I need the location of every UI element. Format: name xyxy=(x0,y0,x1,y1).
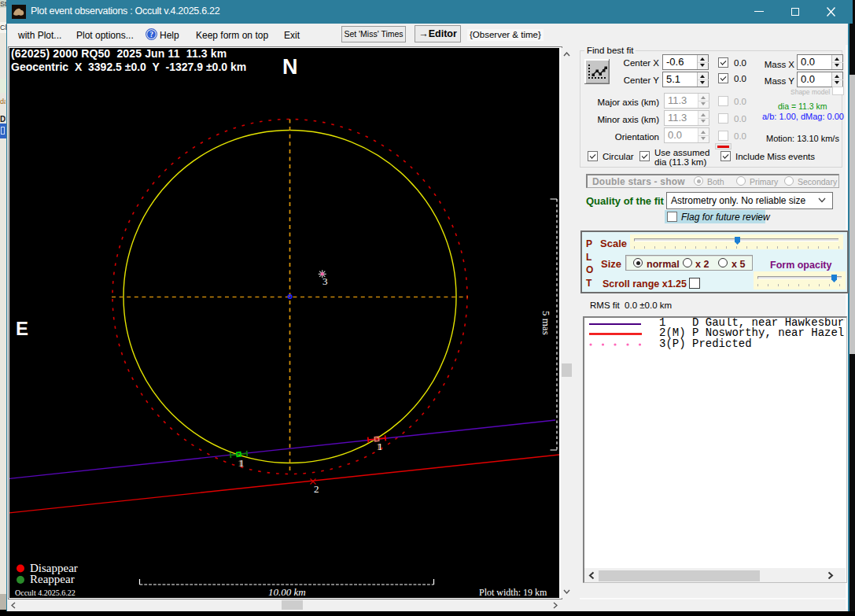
svg-text:?: ? xyxy=(149,31,153,39)
